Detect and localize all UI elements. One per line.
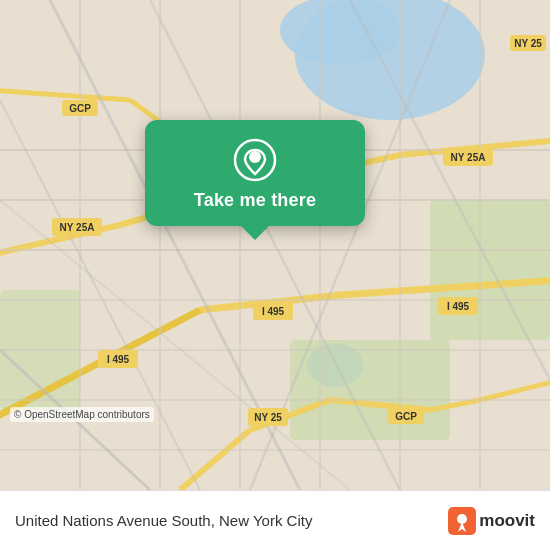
svg-rect-5	[290, 340, 450, 440]
moovit-logo: moovit	[448, 507, 535, 535]
svg-text:GCP: GCP	[69, 103, 91, 114]
moovit-logo-icon	[448, 507, 476, 535]
location-text: United Nations Avenue South, New York Ci…	[15, 512, 312, 529]
svg-point-63	[249, 151, 261, 163]
take-me-there-button[interactable]: Take me there	[194, 190, 316, 211]
svg-text:NY 25: NY 25	[514, 38, 542, 49]
info-bar: United Nations Avenue South, New York Ci…	[0, 490, 550, 550]
popup-card[interactable]: Take me there	[145, 120, 365, 226]
svg-text:I 495: I 495	[262, 306, 285, 317]
svg-text:NY 25: NY 25	[254, 412, 282, 423]
svg-text:GCP: GCP	[395, 411, 417, 422]
svg-text:I 495: I 495	[107, 354, 130, 365]
svg-text:NY 25A: NY 25A	[60, 222, 95, 233]
map-container: NY 25A NY 25A NY 25A I 495 I 495 I 495 N…	[0, 0, 550, 490]
location-pin-icon	[233, 138, 277, 182]
moovit-logo-text: moovit	[479, 511, 535, 531]
svg-text:NY 25A: NY 25A	[451, 152, 486, 163]
svg-rect-4	[430, 200, 550, 340]
copyright-text: © OpenStreetMap contributors	[10, 407, 154, 422]
svg-text:I 495: I 495	[447, 301, 470, 312]
